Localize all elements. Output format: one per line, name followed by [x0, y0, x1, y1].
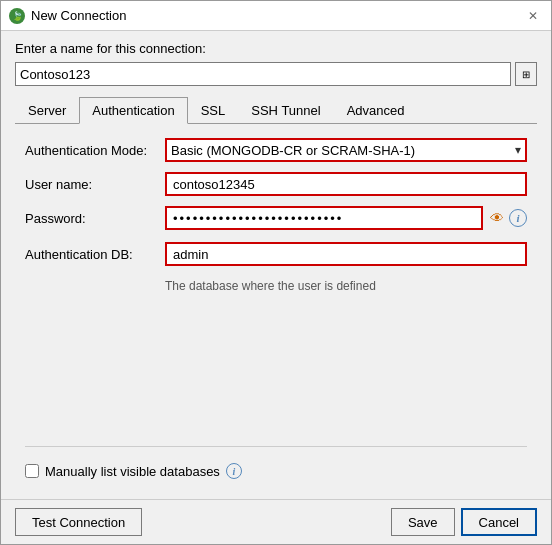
manually-list-row: Manually list visible databases i	[25, 463, 527, 479]
auth-db-hint: The database where the user is defined	[165, 279, 527, 293]
footer-right: Save Cancel	[391, 508, 537, 536]
username-label: User name:	[25, 177, 165, 192]
dialog-title: New Connection	[31, 8, 126, 23]
password-icons: 👁 i	[487, 208, 527, 228]
tab-content-authentication: Authentication Mode: Basic (MONGODB-CR o…	[15, 124, 537, 489]
auth-db-input-wrapper	[165, 242, 527, 266]
username-input[interactable]	[165, 172, 527, 196]
connection-name-label: Enter a name for this connection:	[15, 41, 537, 56]
close-button[interactable]: ✕	[523, 6, 543, 26]
connection-name-input[interactable]	[15, 62, 511, 86]
tab-ssl[interactable]: SSL	[188, 97, 239, 124]
auth-db-label: Authentication DB:	[25, 247, 165, 262]
auth-mode-label: Authentication Mode:	[25, 143, 165, 158]
grid-button[interactable]: ⊞	[515, 62, 537, 86]
password-label: Password:	[25, 211, 165, 226]
password-row: Password: 👁 i	[25, 206, 527, 230]
manually-list-label: Manually list visible databases	[45, 464, 220, 479]
save-button[interactable]: Save	[391, 508, 455, 536]
password-input[interactable]	[165, 206, 483, 230]
cancel-button[interactable]: Cancel	[461, 508, 537, 536]
tab-server[interactable]: Server	[15, 97, 79, 124]
auth-db-row: Authentication DB:	[25, 242, 527, 266]
manually-list-info-icon[interactable]: i	[226, 463, 242, 479]
tab-advanced[interactable]: Advanced	[334, 97, 418, 124]
auth-mode-row: Authentication Mode: Basic (MONGODB-CR o…	[25, 138, 527, 162]
app-icon: 🍃	[9, 8, 25, 24]
password-info-icon[interactable]: i	[509, 209, 527, 227]
divider	[25, 446, 527, 447]
title-bar-left: 🍃 New Connection	[9, 8, 126, 24]
tabs: Server Authentication SSL SSH Tunnel Adv…	[15, 96, 537, 124]
connection-name-row: ⊞	[15, 62, 537, 86]
auth-mode-select-wrapper: Basic (MONGODB-CR or SCRAM-SHA-1) SCRAM-…	[165, 138, 527, 162]
tab-ssh-tunnel[interactable]: SSH Tunnel	[238, 97, 333, 124]
show-password-icon[interactable]: 👁	[487, 208, 507, 228]
dialog-body: Enter a name for this connection: ⊞ Serv…	[1, 31, 551, 499]
tab-authentication[interactable]: Authentication	[79, 97, 187, 124]
auth-db-input[interactable]	[165, 242, 527, 266]
username-input-wrapper	[165, 172, 527, 196]
test-connection-button[interactable]: Test Connection	[15, 508, 142, 536]
auth-mode-select[interactable]: Basic (MONGODB-CR or SCRAM-SHA-1) SCRAM-…	[165, 138, 527, 162]
new-connection-dialog: 🍃 New Connection ✕ Enter a name for this…	[0, 0, 552, 545]
title-bar: 🍃 New Connection ✕	[1, 1, 551, 31]
footer: Test Connection Save Cancel	[1, 499, 551, 544]
username-row: User name:	[25, 172, 527, 196]
password-input-wrapper: 👁 i	[165, 206, 527, 230]
manually-list-checkbox[interactable]	[25, 464, 39, 478]
